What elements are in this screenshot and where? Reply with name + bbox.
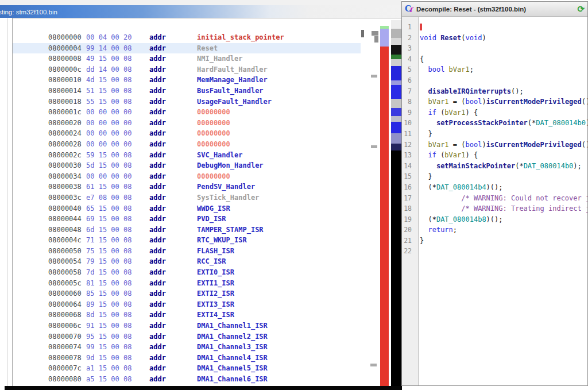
code-text: setMainStackPointer(*DAT_080014b0); <box>415 161 582 172</box>
listing-row[interactable]: 0800002800 00 00 00addr00000000 <box>13 139 361 150</box>
code-text: if (bVar1) { <box>415 107 478 118</box>
listing-row[interactable]: 0800001451 15 00 08addrBusFault_Handler <box>13 86 361 96</box>
code-line[interactable]: 13 if (bVar1) { <box>402 150 587 161</box>
overview-thumb[interactable] <box>380 29 389 47</box>
address: 08000004 <box>48 43 86 54</box>
code-line[interactable]: 15 } <box>402 171 587 182</box>
listing-row[interactable]: 0800002400 00 00 00addr00000000 <box>13 128 361 139</box>
bytes: dd 14 00 08 <box>86 64 149 75</box>
code-line[interactable]: 11 } <box>402 129 587 140</box>
listing-row[interactable]: 0800000000 04 00 20addrinitial_stack_poi… <box>13 32 361 43</box>
listing-row[interactable]: 080000688d 15 00 08addrEXTI4_ISR <box>13 310 361 321</box>
operand-label: TAMPER_STAMP_ISR <box>197 225 264 235</box>
address: 08000038 <box>48 182 86 192</box>
code-line[interactable]: 6 <box>402 75 587 86</box>
code-line[interactable]: 17 /* WARNING: Could not recover j <box>402 193 587 204</box>
listing-row[interactable]: 0800000499 14 00 08addrReset <box>13 43 361 54</box>
mnemonic: addr <box>149 86 197 96</box>
listing-row[interactable]: 0800007095 15 00 08addrDMA1_Channel2_ISR <box>13 331 361 342</box>
listing-row[interactable]: 0800001c00 00 00 00addr00000000 <box>13 107 361 118</box>
bookmark-tick[interactable] <box>371 75 377 78</box>
refresh-icon[interactable]: ⟳ <box>577 5 585 13</box>
code-line[interactable]: 10 setProcessStackPointer(*DAT_080014b0) <box>402 118 587 129</box>
address: 08000010 <box>48 75 86 86</box>
address: 0800004c <box>48 235 86 246</box>
bookmark-tick[interactable] <box>374 36 378 43</box>
listing-row[interactable]: 0800003ce7 08 00 08addrSysTick_Handler <box>13 192 361 203</box>
listing-row[interactable]: 0800007ca1 15 00 08addrDMA1_Channel5_ISR <box>13 363 361 374</box>
address: 08000014 <box>48 86 86 96</box>
listing-row[interactable]: 080000789d 15 00 08addrDMA1_Channel4_ISR <box>13 353 361 364</box>
code-line[interactable]: 20 return; <box>402 225 587 235</box>
code-line[interactable]: 21} <box>402 235 587 246</box>
bytes: 00 00 00 00 <box>86 107 149 118</box>
mnemonic: addr <box>149 203 197 214</box>
bookmark-tick[interactable] <box>370 364 377 366</box>
code-line[interactable]: 3 <box>402 43 587 54</box>
bookmark-tick[interactable] <box>361 30 364 37</box>
listing-row[interactable]: 080000486d 15 00 08addrTAMPER_STAMP_ISR <box>13 225 361 235</box>
listing-row[interactable]: 080000587d 15 00 08addrEXTI0_ISR <box>13 267 361 278</box>
listing-row[interactable]: 0800007499 15 00 08addrDMA1_Channel3_ISR <box>13 342 361 353</box>
listing-row[interactable]: 08000080a5 15 00 08addrDMA1_Channel6_ISR <box>13 374 361 385</box>
code-line[interactable]: 22 <box>402 246 587 257</box>
listing-row[interactable]: 0800004469 15 00 08addrPVD_ISR <box>13 214 361 225</box>
code-line[interactable]: 2void Reset(void) <box>402 33 587 44</box>
code-line[interactable]: 14 setMainStackPointer(*DAT_080014b0); <box>402 161 587 172</box>
code-line[interactable]: 19 (*DAT_080014b8)(); <box>402 214 587 225</box>
code-line[interactable]: 5 bool bVar1; <box>402 64 587 75</box>
listing-row[interactable]: 0800006085 15 00 08addrEXTI2_ISR <box>13 288 361 299</box>
listing-row[interactable]: 0800002000 00 00 00addr00000000 <box>13 118 361 129</box>
code-line[interactable]: 12 bVar1 = (bool)isCurrentModePrivileged… <box>402 140 587 150</box>
address: 0800005c <box>48 278 86 289</box>
listing-row[interactable]: 0800003400 00 00 00addr00000000 <box>13 171 361 182</box>
program-overview-margin[interactable] <box>391 20 401 386</box>
address: 0800003c <box>48 192 86 203</box>
mnemonic: addr <box>149 96 197 107</box>
cursor-caret <box>420 24 422 30</box>
listing-row[interactable]: 0800000cdd 14 00 08addrHardFault_Handler <box>13 64 361 75</box>
decompiler-body[interactable]: 12void Reset(void)34{5 bool bVar1;67 dis… <box>402 17 587 385</box>
code-line[interactable]: 1 <box>402 22 587 33</box>
decompiler-header[interactable]: C f Decompile: Reset - (stm32f100.bin) ⟳ <box>402 2 587 17</box>
code-line[interactable]: 9 if (bVar1) { <box>402 107 587 118</box>
listing-row[interactable]: 0800006489 15 00 08addrEXTI3_ISR <box>13 299 361 310</box>
address: 08000070 <box>48 331 86 342</box>
listing-row[interactable]: 0800004065 15 00 08addrWWDG_ISR <box>13 203 361 214</box>
mnemonic: addr <box>149 214 197 225</box>
listing-row[interactable]: 0800005075 15 00 08addrFLASH_ISR <box>13 246 361 257</box>
line-number: 22 <box>402 246 415 257</box>
bytes: 6d 15 00 08 <box>86 225 149 235</box>
mnemonic: addr <box>149 75 197 86</box>
listing-row[interactable]: 080000305d 15 00 08addrDebugMon_Handler <box>13 160 361 171</box>
listing-row[interactable]: 0800002c59 15 00 08addrSVC_Handler <box>13 150 361 161</box>
listing-row[interactable]: 0800000849 15 00 08addrNMI_Handler <box>13 53 361 64</box>
code-text: bVar1 = (bool)isCurrentModePrivileged() <box>415 96 587 107</box>
listing-overview-scrollbar[interactable] <box>380 26 389 386</box>
listing-row[interactable]: 0800003861 15 00 08addrPendSV_Handler <box>13 182 361 192</box>
bookmark-tick[interactable] <box>372 31 378 36</box>
code-text: /* WARNING: Could not recover j <box>415 193 587 204</box>
line-number: 7 <box>402 86 415 97</box>
bookmark-tick[interactable] <box>371 145 377 148</box>
line-number: 15 <box>402 171 415 182</box>
bytes: 85 15 00 08 <box>86 288 149 299</box>
code-text: return; <box>415 225 457 235</box>
listing-row[interactable]: 0800005c81 15 00 08addrEXTI1_ISR <box>13 278 361 289</box>
code-line[interactable]: 7 disableIRQinterrupts(); <box>402 86 587 97</box>
listing-title-clip: Listing: stm32f100.bin <box>0 5 57 18</box>
listing-titlebar[interactable]: Listing: stm32f100.bin <box>0 5 401 18</box>
code-line[interactable]: 4{ <box>402 54 587 65</box>
listing-view[interactable]: 0800000000 04 00 20addrinitial_stack_poi… <box>12 18 401 386</box>
listing-row[interactable]: 0800001855 15 00 08addrUsageFault_Handle… <box>13 96 361 107</box>
line-number: 5 <box>402 64 415 75</box>
listing-row[interactable]: 0800006c91 15 00 08addrDMA1_Channel1_ISR <box>13 321 361 331</box>
listing-row[interactable]: 080000104d 15 00 08addrMemManage_Handler <box>13 75 361 86</box>
listing-row[interactable]: 0800004c71 15 00 08addrRTC_WKUP_ISR <box>13 235 361 246</box>
listing-row[interactable]: 0800005479 15 00 08addrRCC_ISR <box>13 256 361 267</box>
bytes: 55 15 00 08 <box>86 96 149 107</box>
code-line[interactable]: 16 (*DAT_080014b4)(); <box>402 182 587 193</box>
code-line[interactable]: 18 /* WARNING: Treating indirect j <box>402 203 587 214</box>
decompiler-code: 12void Reset(void)34{5 bool bVar1;67 dis… <box>402 22 587 257</box>
code-line[interactable]: 8 bVar1 = (bool)isCurrentModePrivileged(… <box>402 96 587 107</box>
